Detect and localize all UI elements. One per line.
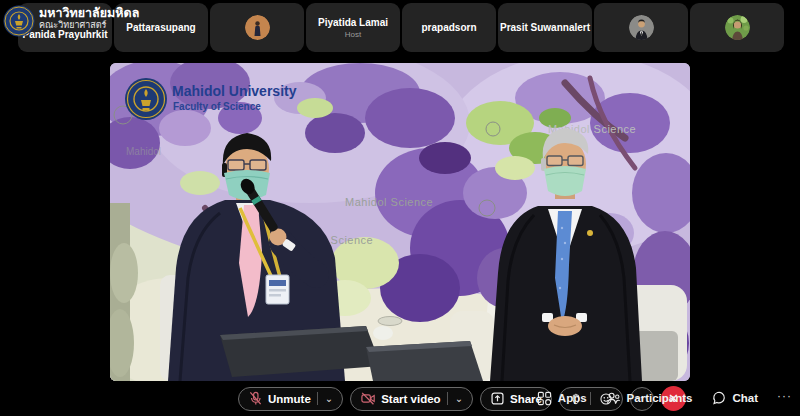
svg-text:Mahidol Science: Mahidol Science — [345, 196, 433, 208]
avatar — [245, 15, 270, 40]
avatar — [629, 15, 654, 40]
participants-label: Participants — [627, 392, 693, 404]
pill-divider — [447, 392, 448, 405]
pill-divider — [317, 392, 318, 405]
stage-subtitle: Faculty of Science — [173, 101, 261, 112]
meeting-toolbar: Unmute ⌄ Start video ⌄ Share — [0, 381, 800, 416]
participant-tile-avatar1[interactable] — [210, 3, 304, 52]
participants-icon — [606, 391, 621, 406]
avatar — [725, 15, 750, 40]
start-video-button[interactable]: Start video ⌄ — [350, 387, 473, 411]
svg-text:Mahidol: Mahidol — [126, 146, 161, 157]
apps-grid-icon — [537, 391, 552, 406]
camera-off-icon — [360, 391, 376, 406]
university-name-thai: มหาวิทยาลัยมหิดล — [39, 6, 139, 20]
start-video-label: Start video — [381, 393, 440, 405]
mahidol-logo-icon — [3, 5, 35, 37]
apps-label: Apps — [558, 392, 587, 404]
chat-bubble-icon — [711, 391, 726, 406]
participant-name: Piyatida Lamai — [318, 17, 388, 28]
unmute-label: Unmute — [268, 393, 311, 405]
participant-tile-piyatida[interactable]: Piyatida Lamai Host — [306, 3, 400, 52]
participant-name: prapadsorn — [421, 22, 476, 33]
stage-title: Mahidol University — [172, 83, 297, 99]
stage-scene: Mahidol Science Mahidol Science Mahidol … — [110, 63, 690, 381]
man-in-suit-photo-icon — [629, 15, 654, 40]
mic-off-icon — [248, 391, 263, 406]
main-video-feed: Mahidol Science Mahidol Science Mahidol … — [110, 63, 690, 381]
participant-tile-prasit[interactable]: Prasit Suwannalert — [498, 3, 592, 52]
chevron-down-icon[interactable]: ⌄ — [455, 394, 463, 404]
participant-tile-prapadsorn[interactable]: prapadsorn — [402, 3, 496, 52]
branding-text: มหาวิทยาลัยมหิดล คณะวิทยาศาสตร์ — [39, 6, 139, 31]
stage-logo — [125, 78, 167, 120]
toolbar-overflow-icon[interactable]: ··· — [777, 389, 792, 403]
laptop — [366, 341, 483, 381]
apps-button[interactable]: Apps — [537, 391, 587, 406]
chevron-down-icon[interactable]: ⌄ — [325, 394, 333, 404]
host-badge: Host — [345, 30, 361, 39]
share-screen-icon — [490, 391, 505, 406]
participant-tile-avatar3[interactable] — [690, 3, 784, 52]
chat-button[interactable]: Chat — [711, 391, 758, 406]
participant-name: Prasit Suwannalert — [500, 22, 590, 33]
participants-button[interactable]: Participants — [606, 391, 693, 406]
unmute-button[interactable]: Unmute ⌄ — [238, 387, 343, 411]
chat-label: Chat — [732, 392, 758, 404]
woman-foliage-photo-icon — [725, 15, 750, 40]
participant-tile-avatar2[interactable] — [594, 3, 688, 52]
panel-controls: Apps Participants Chat ··· — [537, 386, 792, 410]
person-photo-icon — [245, 15, 270, 40]
university-branding-overlay: มหาวิทยาลัยมหิดล คณะวิทยาศาสตร์ — [3, 5, 139, 37]
meeting-window: { "branding": { "title_thai": "มหาวิทยาล… — [0, 0, 800, 416]
faculty-name-thai: คณะวิทยาศาสตร์ — [39, 20, 139, 31]
